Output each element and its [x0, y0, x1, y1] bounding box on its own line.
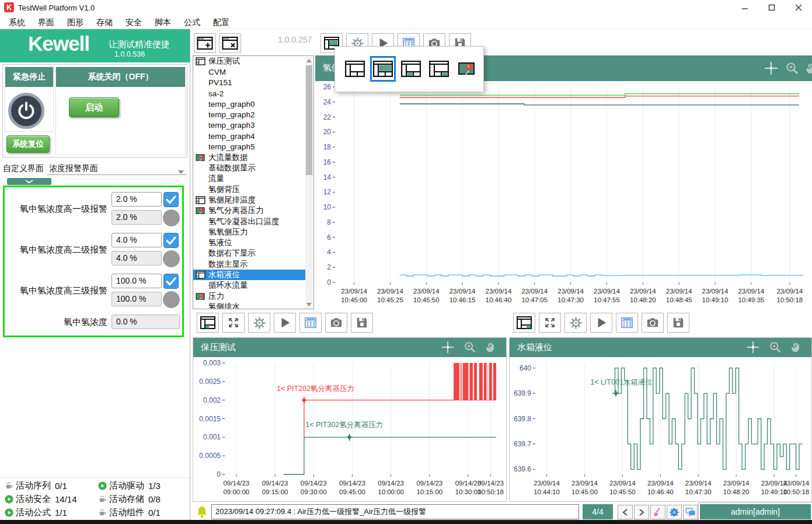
zoom-icon[interactable] — [463, 341, 478, 355]
menu-item[interactable]: 安全 — [119, 15, 148, 29]
snapshot-button[interactable] — [325, 313, 347, 333]
menu-item[interactable]: 配置 — [207, 15, 236, 29]
alarm-setpoint-input[interactable]: 100.0 % — [111, 274, 162, 288]
tree-item[interactable]: 保压测试 — [193, 56, 306, 67]
tree-item[interactable]: temp_graph3 — [193, 120, 306, 131]
pan-hand-icon[interactable] — [790, 341, 804, 355]
tree-item[interactable]: 流量 — [193, 173, 306, 184]
middle-chart-plot[interactable]: 09/14/2309:00:0009/14/2309:15:0009/14/23… — [193, 357, 506, 501]
crosshair-icon[interactable] — [764, 61, 778, 75]
settings-button[interactable] — [564, 313, 587, 333]
data-table-button[interactable] — [616, 313, 638, 333]
menu-item[interactable]: 界面 — [32, 15, 61, 29]
next-alarm-button[interactable] — [634, 505, 649, 519]
clear-alarms-button[interactable] — [650, 505, 665, 519]
close-window-button[interactable] — [219, 33, 241, 53]
custom-ui-select[interactable]: 浓度报警界面 — [49, 163, 98, 174]
layout-option-layout-bottom-left[interactable] — [398, 56, 424, 82]
top-chart-plot[interactable]: 23/09/1410:45:0023/09/1410:45:2523/09/14… — [315, 81, 812, 309]
tree-item[interactable]: temp_graph4 — [193, 131, 306, 141]
menu-item[interactable]: 系统 — [2, 15, 32, 29]
tree-item[interactable]: 氢液位 — [193, 237, 306, 248]
tree-item[interactable]: 循环水流量 — [193, 280, 306, 291]
emergency-stop-button[interactable] — [8, 93, 44, 129]
alarm-enable-checkbox[interactable] — [163, 274, 179, 289]
save-button[interactable] — [667, 313, 689, 333]
pan-hand-icon[interactable] — [804, 61, 812, 75]
alarm-setpoint-input[interactable]: 2.0 % — [111, 192, 162, 207]
zoom-icon[interactable] — [769, 341, 783, 355]
tree-item[interactable]: sa-2 — [193, 88, 306, 99]
collapse-handle[interactable] — [7, 178, 51, 185]
system-reset-button[interactable]: 系统复位 — [6, 135, 50, 153]
system-state-cell: 系统关闭（OFF） 启动 — [55, 67, 186, 155]
chevron-down-icon[interactable] — [178, 170, 184, 174]
tree-item[interactable]: 基础数据显示 — [193, 163, 306, 173]
layout-button[interactable] — [513, 313, 535, 333]
crosshair-icon[interactable] — [441, 341, 455, 355]
fullscreen-button[interactable] — [539, 313, 561, 333]
layout-option-pin-screen[interactable] — [454, 56, 480, 82]
settings-button[interactable] — [248, 313, 270, 333]
menu-item[interactable]: 脚本 — [148, 15, 177, 29]
crosshair-icon[interactable] — [747, 341, 761, 355]
alarm-message-field[interactable]: 2023/09/14 09:27:09.4 : Air压力低一级报警_Air压力… — [211, 504, 579, 519]
prev-alarm-button[interactable] — [618, 505, 633, 519]
close-button[interactable] — [785, 0, 812, 15]
layout-icon — [196, 196, 208, 204]
tree-item[interactable]: 氢气冷凝器出口温度 — [193, 216, 306, 226]
layout-option-layout-plain[interactable] — [342, 56, 368, 82]
run-button[interactable] — [590, 313, 612, 333]
tree-item[interactable]: PV151 — [193, 78, 306, 88]
middle-chart-header: 保压测试 — [193, 338, 506, 357]
tree-item[interactable]: temp_graph5 — [193, 141, 306, 152]
tree-item-label: 流量 — [208, 173, 224, 184]
layout-option-layout-top[interactable] — [370, 56, 396, 82]
current-user-badge[interactable]: admin[admin] — [699, 503, 812, 520]
scroll-down-icon[interactable] — [305, 301, 313, 308]
alarm-setpoint-input[interactable]: 4.0 % — [111, 233, 162, 247]
camera-icon — [330, 316, 343, 329]
snapshot-button[interactable] — [642, 313, 664, 333]
chart-canvas: 23/09/1410:44:1023/09/1410:45:0023/09/14… — [510, 357, 811, 501]
menu-item[interactable]: 图形 — [61, 15, 90, 29]
tree-item[interactable]: 氢侧背压 — [193, 184, 306, 195]
tree-item[interactable]: temp_graph0 — [193, 99, 306, 109]
tree-item[interactable]: 数据右下显示 — [193, 248, 306, 258]
running-icon — [5, 495, 13, 504]
scrollbar-thumb[interactable] — [306, 65, 312, 175]
tree-item[interactable]: temp_graph2 — [193, 109, 306, 120]
maximize-button[interactable] — [758, 0, 785, 15]
minimize-button[interactable] — [731, 0, 758, 15]
tree-item[interactable]: 水箱液位 — [193, 270, 306, 280]
tree-item[interactable]: 数据主显示 — [193, 259, 306, 270]
alarm-list-button[interactable] — [683, 505, 698, 519]
alarm-config-button[interactable] — [667, 505, 682, 519]
right-chart-plot[interactable]: 23/09/1410:44:1023/09/1410:45:0023/09/14… — [510, 357, 811, 501]
pan-hand-icon[interactable] — [485, 341, 499, 355]
scroll-up-icon[interactable] — [305, 57, 313, 64]
tree-item[interactable]: 氢侧排水 — [193, 302, 306, 309]
new-window-button[interactable] — [194, 33, 216, 53]
tree-item[interactable]: 氢氧侧压力 — [193, 227, 306, 237]
data-table-button[interactable] — [299, 313, 322, 333]
menu-item[interactable]: 公式 — [177, 15, 207, 29]
zoom-icon[interactable] — [785, 61, 799, 75]
layout-option-layout-bottom-right[interactable] — [426, 56, 452, 82]
alarm-enable-checkbox[interactable] — [163, 233, 179, 248]
tree-item[interactable]: CVM — [193, 67, 306, 77]
tree-item[interactable]: 压力 — [193, 291, 306, 302]
tree-item[interactable]: 氢侧尾排温度 — [193, 195, 306, 205]
save-button[interactable] — [351, 313, 373, 333]
svg-text:10:46:40: 10:46:40 — [647, 488, 674, 495]
tree-scrollbar[interactable] — [305, 57, 313, 308]
menu-item[interactable]: 存储 — [90, 15, 119, 29]
tree-item-label: 循环水流量 — [208, 280, 248, 291]
layout-button[interactable] — [197, 313, 219, 333]
fullscreen-button[interactable] — [222, 313, 245, 333]
run-button[interactable] — [274, 313, 296, 333]
start-button[interactable]: 启动 — [69, 97, 119, 117]
tree-item[interactable]: 大流量数据 — [193, 152, 306, 163]
alarm-enable-checkbox[interactable] — [163, 192, 179, 207]
tree-item[interactable]: 氢气分离器压力 — [193, 205, 306, 216]
